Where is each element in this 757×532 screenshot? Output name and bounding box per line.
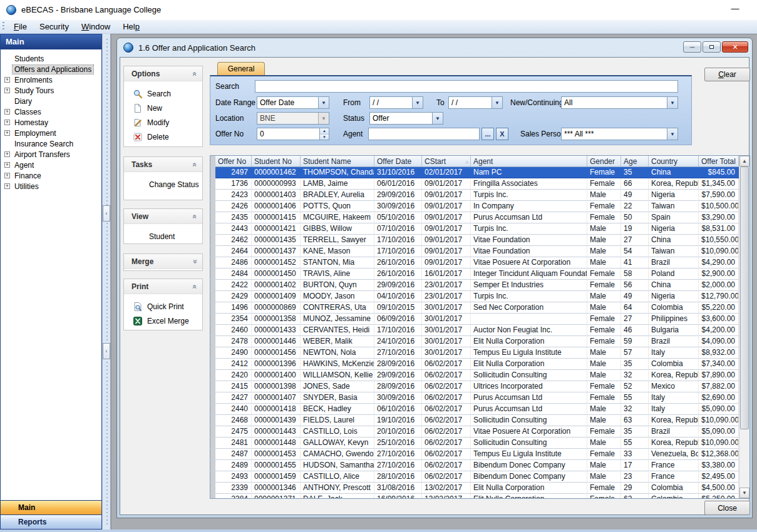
offer-no-stepper[interactable]: 0 ▲▼ [257, 128, 329, 140]
window-titlebar[interactable]: 1.6 Offer and Application Search ─ ✕ [120, 38, 749, 57]
sidebar-tree-item[interactable]: + Employment [1, 128, 101, 138]
task-panel-section-header[interactable]: Tasks « [124, 157, 202, 172]
spin-up-icon[interactable]: ▲ [320, 128, 329, 135]
expand-plus-icon[interactable]: + [4, 109, 10, 115]
expand-plus-icon[interactable]: + [4, 120, 10, 125]
table-row[interactable]: 24260000001406POTTS, Quon30/09/201609/01… [210, 201, 739, 212]
table-row[interactable]: 24220000001402BURTON, Quyn29/09/201623/0… [210, 280, 739, 291]
sidebar-item-airport-transfers[interactable]: Airport Transfers [13, 150, 72, 159]
table-row[interactable]: 24230000001403BRADLEY, Aurelia29/09/2016… [210, 190, 739, 201]
table-row[interactable]: 24120000001396HAWKINS, McKenzie28/09/201… [210, 359, 739, 370]
sidebar-item-enrolments[interactable]: Enrolments [13, 76, 54, 84]
table-row[interactable]: 24400000001418BECK, Hadley06/10/201606/0… [210, 404, 739, 415]
task-item-change-status[interactable]: Change Status [124, 177, 202, 192]
sidebar-tree-item[interactable]: + Utilities [1, 181, 101, 192]
column-header-student-name[interactable]: Student Name [301, 156, 374, 167]
chevron-double-icon[interactable]: « [191, 284, 200, 289]
chevron-double-icon[interactable]: « [191, 214, 200, 218]
sidebar-tree-item[interactable]: + Offers and Applications [1, 64, 101, 74]
task-item-modify[interactable]: Modify [124, 115, 202, 130]
column-header-agent[interactable]: Agent [471, 156, 587, 167]
column-header-offer-no[interactable]: Offer No [215, 156, 252, 167]
expand-plus-icon[interactable]: + [4, 130, 10, 136]
table-row[interactable]: 23390000001346ANTHONY, Prescott31/08/201… [210, 483, 739, 494]
expand-plus-icon[interactable]: + [4, 151, 10, 157]
sidebar-tree-item[interactable]: + Enrolments [1, 74, 101, 85]
sidebar-tree-item[interactable]: + Insurance Search [1, 138, 101, 149]
collapse-sidebar-button-top[interactable]: ‹ [103, 205, 110, 222]
close-window-button[interactable]: ✕ [722, 41, 748, 53]
chevron-down-icon[interactable]: ▼ [667, 97, 677, 108]
chevron-double-icon[interactable]: « [191, 162, 200, 166]
expand-plus-icon[interactable]: + [4, 162, 10, 168]
chevron-down-icon[interactable]: ▼ [432, 113, 443, 124]
sidebar-item-diary[interactable]: Diary [13, 97, 34, 106]
chevron-double-icon[interactable]: « [191, 259, 200, 263]
chevron-down-icon[interactable]: ▼ [412, 97, 423, 108]
task-item-excel-merge[interactable]: Excel Merge [124, 314, 202, 328]
task-item-search[interactable]: Search [124, 86, 202, 101]
sidebar-tree-item[interactable]: + Homestay [1, 117, 101, 128]
table-row[interactable]: 24290000001409MOODY, Jason04/10/201623/0… [210, 291, 739, 302]
table-row[interactable]: 24840000001450TRAVIS, Aline26/10/201616/… [210, 269, 739, 280]
scroll-down-icon[interactable]: ▼ [739, 488, 749, 498]
table-row[interactable]: 14960000000869CONTRERAS, Uta09/10/201530… [210, 302, 739, 314]
task-item-student[interactable]: Student [124, 229, 202, 243]
column-header-gender[interactable]: Gender [587, 156, 621, 167]
sidebar-splitter[interactable]: ‹ ‹ [102, 34, 111, 529]
sidebar-item-classes[interactable]: Classes [13, 108, 43, 116]
scrollbar-thumb[interactable] [740, 166, 749, 429]
table-row[interactable]: 24890000001455HUDSON, Samantha27/10/2016… [210, 460, 739, 471]
table-row[interactable]: 24430000001421GIBBS, Willow07/10/201609/… [210, 223, 739, 235]
table-row[interactable]: 24620000001435TERRELL, Sawyer17/10/20160… [210, 235, 739, 246]
menu-item[interactable]: Help [116, 20, 146, 31]
sidebar-tree-item[interactable]: + Study Tours [1, 85, 101, 96]
agent-browse-button[interactable]: ... [481, 128, 494, 140]
chevron-down-icon[interactable]: ▼ [318, 97, 329, 108]
table-row[interactable]: 24930000001459CASTILLO, Alice28/10/20160… [210, 471, 739, 483]
column-header-offer-total[interactable]: Offer Total [699, 156, 739, 167]
sidebar-tree-item[interactable]: + Airport Transfers [1, 149, 101, 160]
sidebar-tree-item[interactable]: + Diary [1, 96, 101, 106]
collapse-sidebar-button-bottom[interactable]: ‹ [103, 343, 110, 359]
task-panel-section-header[interactable]: Options « [124, 66, 202, 81]
task-panel-section-header[interactable]: Merge « [124, 254, 202, 269]
sidebar-tree-item[interactable]: + Agent [1, 160, 101, 170]
task-item-quick-print[interactable]: Quick Print [124, 299, 202, 314]
table-row[interactable]: 24860000001452STANTON, Mia26/10/201609/0… [210, 257, 739, 269]
menu-item[interactable]: File [8, 20, 33, 31]
column-header-country[interactable]: Country [649, 156, 699, 167]
expand-plus-icon[interactable]: + [4, 88, 10, 93]
sidebar-tree-item[interactable]: + Students [1, 53, 101, 64]
table-row[interactable]: 24810000001448GALLOWAY, Kevyn25/10/20160… [210, 437, 739, 449]
expand-plus-icon[interactable]: + [4, 77, 10, 83]
menu-grip-handle[interactable] [3, 22, 4, 31]
status-select[interactable]: Offer▼ [369, 112, 443, 125]
table-row[interactable]: 24200000001400WILLIAMSON, Kellie29/09/20… [210, 370, 739, 381]
sidebar-item-homestay[interactable]: Homestay [13, 118, 50, 127]
column-header-offer-date[interactable]: Offer Date [374, 156, 422, 167]
tab-general[interactable]: General [217, 62, 265, 75]
task-item-delete[interactable]: Delete [124, 130, 202, 144]
sidebar-item-employment[interactable]: Employment [13, 129, 58, 138]
sidebar-item-utilities[interactable]: Utilities [13, 182, 41, 191]
table-row[interactable]: 24900000001456NEWTON, Nola27/10/201630/0… [210, 347, 739, 359]
table-row[interactable]: 24640000001437KANE, Mason17/10/201609/01… [210, 246, 739, 257]
agent-clear-button[interactable]: X [496, 128, 508, 140]
table-row[interactable]: 23840000001371DALE, Jack16/09/201613/02/… [210, 494, 739, 498]
table-row[interactable]: 24150000001398JONES, Sade28/09/201606/02… [210, 381, 739, 392]
column-header-age[interactable]: Age [621, 156, 649, 167]
table-row[interactable]: 17360000000993LAMB, Jaime06/01/201609/01… [210, 178, 739, 190]
sidebar-item-offers-and-applications[interactable]: Offers and Applications [13, 65, 93, 74]
table-row[interactable]: 24680000001439FIELDS, Laurel19/10/201606… [210, 415, 739, 426]
column-header-student-no[interactable]: Student No [252, 156, 301, 167]
table-row[interactable]: 24350000001415MCGUIRE, Hakeem05/10/20160… [210, 212, 739, 223]
close-button[interactable]: Close [704, 501, 750, 515]
table-row[interactable]: 24750000001443CASTILLO, Lois20/10/201606… [210, 426, 739, 437]
restore-button[interactable] [703, 41, 721, 53]
table-row[interactable]: 24780000001446WEBER, Malik24/10/201630/0… [210, 336, 739, 347]
table-row[interactable]: 24870000001453CAMACHO, Gwendolyn27/10/20… [210, 449, 739, 460]
app-minimize-button[interactable]: — [728, 4, 743, 16]
task-item-new[interactable]: New [124, 101, 202, 115]
chevron-down-icon[interactable]: ▼ [667, 128, 677, 140]
